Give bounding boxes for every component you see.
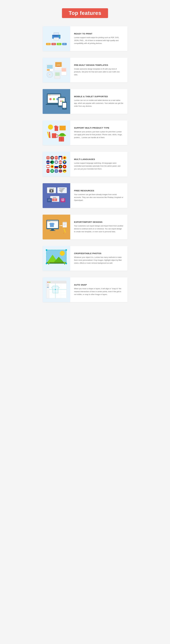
page-title: Top features — [62, 8, 108, 18]
svg-point-26 — [48, 95, 49, 95]
svg-point-81 — [63, 161, 65, 162]
svg-point-48 — [60, 133, 65, 136]
svg-rect-142 — [63, 222, 67, 223]
badge-svg: SVG — [46, 43, 51, 45]
svg-point-27 — [49, 95, 50, 95]
svg-marker-140 — [61, 225, 63, 226]
feature-resources-content: FREE RESOURCES Your customer can get the… — [70, 186, 127, 205]
languages-icon — [45, 154, 68, 174]
feature-resources-image: UNSPLASH OPENCLIPART PIXABAY — [43, 183, 70, 208]
format-badges: SVG PDF PNG JPG — [46, 43, 67, 45]
svg-point-29 — [49, 98, 52, 100]
svg-rect-46 — [52, 133, 56, 138]
mobile-icon — [45, 92, 68, 112]
svg-point-99 — [52, 170, 53, 172]
feature-mobile-image — [43, 89, 70, 114]
feature-languages: MULTI LANGUAGES Lumise support language … — [43, 152, 127, 177]
feature-snap: AUTO SNAP When you move a shape or layer… — [43, 278, 127, 302]
svg-rect-170 — [47, 285, 49, 286]
svg-rect-138 — [51, 229, 54, 230]
svg-rect-169 — [47, 284, 49, 285]
svg-point-137 — [50, 221, 50, 222]
feature-export-content: EXPORT/IMPORT DESIGNS Your customers can… — [70, 218, 127, 237]
svg-rect-157 — [65, 263, 67, 264]
svg-rect-9 — [47, 65, 53, 69]
svg-point-165 — [47, 282, 48, 283]
crop-icon — [45, 248, 68, 268]
feature-product-content: SUPPORT MULTI PRODUCT TYPE Whatever your… — [70, 123, 127, 142]
svg-point-65 — [64, 157, 65, 158]
svg-text:SUPER: SUPER — [57, 64, 60, 66]
svg-point-83 — [64, 162, 65, 163]
header-section: Top features — [43, 8, 127, 18]
svg-rect-102 — [59, 170, 62, 172]
feature-product-image — [43, 120, 70, 145]
export-icon — [45, 217, 68, 237]
svg-rect-35 — [59, 98, 64, 99]
svg-rect-79 — [59, 162, 62, 162]
page-wrapper: Top features — [43, 0, 127, 317]
printer-icon — [51, 32, 62, 41]
svg-rect-106 — [65, 170, 66, 172]
svg-rect-69 — [46, 162, 50, 163]
print-illustration: SVG PDF PNG JPG — [46, 32, 67, 45]
feature-mobile-content: MOBILE & TABLET SUPPORTED Lumise can run… — [70, 92, 127, 111]
templates-icon: SUPER MARIO — [45, 60, 68, 80]
svg-rect-164 — [46, 282, 66, 284]
svg-rect-146 — [64, 228, 66, 232]
feature-templates-content: PRE-BUILT DESIGN TEMPLATES Create awesom… — [70, 60, 127, 80]
svg-rect-59 — [55, 157, 58, 158]
svg-rect-156 — [46, 263, 47, 264]
feature-templates-title: PRE-BUILT DESIGN TEMPLATES — [74, 64, 124, 66]
svg-rect-3 — [54, 38, 59, 40]
feature-snap-desc: When you move a shape or layers, it will… — [74, 287, 124, 296]
svg-point-38 — [61, 106, 62, 107]
feature-export-title: EXPORT/IMPORT DESIGNS — [74, 221, 124, 223]
feature-export-image — [43, 214, 70, 240]
feature-templates-desc: Create awesome design templates to fit w… — [74, 68, 124, 76]
svg-point-57 — [52, 157, 53, 158]
svg-point-30 — [53, 98, 55, 100]
svg-point-92 — [60, 166, 61, 167]
feature-product-title: SUPPORT MULTI PRODUCT TYPE — [74, 127, 124, 129]
svg-rect-88 — [54, 165, 58, 166]
badge-png: PNG — [57, 43, 61, 45]
feature-print-content: READY TO PRINT Lumise support multi-outp… — [70, 29, 127, 48]
svg-rect-171 — [47, 286, 49, 286]
feature-snap-content: AUTO SNAP When you move a shape or layer… — [70, 280, 127, 300]
badge-pdf: PDF — [51, 43, 56, 45]
svg-rect-105 — [63, 170, 66, 171]
svg-rect-172 — [47, 287, 49, 288]
feature-snap-image — [43, 278, 70, 302]
feature-resources-title: FREE RESOURCES — [74, 190, 124, 192]
feature-resources-desc: Your customer can get there already imag… — [74, 193, 124, 202]
feature-resources: UNSPLASH OPENCLIPART PIXABAY — [43, 183, 127, 208]
feature-languages-desc: Lumise support language switching. All l… — [74, 162, 124, 170]
svg-rect-68 — [46, 162, 50, 162]
svg-rect-139 — [50, 230, 55, 231]
feature-print-image: SVG PDF PNG JPG — [43, 26, 70, 51]
feature-product: SUPPORT MULTI PRODUCT TYPE Whatever your… — [43, 120, 127, 145]
feature-crop: CROP/EDITABLE PHOTOS Whatever your objec… — [43, 246, 127, 271]
svg-text:UNSPLASH: UNSPLASH — [49, 188, 54, 189]
svg-point-41 — [64, 108, 65, 109]
svg-point-159 — [48, 262, 50, 264]
svg-rect-89 — [54, 167, 58, 168]
svg-point-42 — [48, 124, 53, 130]
feature-crop-desc: Whatever your object it is, Lumise has m… — [74, 256, 124, 265]
svg-text:MARIO: MARIO — [57, 66, 60, 67]
svg-point-37 — [62, 100, 63, 102]
feature-print-title: READY TO PRINT — [74, 32, 124, 35]
svg-point-161 — [64, 262, 65, 264]
svg-rect-20 — [55, 72, 60, 76]
svg-rect-10 — [47, 69, 50, 70]
feature-ready-to-print: SVG PDF PNG JPG READY TO PRINT Lumise su… — [43, 26, 127, 51]
feature-languages-image — [43, 152, 70, 177]
svg-rect-25 — [48, 94, 60, 96]
svg-rect-15 — [55, 68, 62, 70]
svg-point-82 — [65, 161, 66, 162]
svg-point-36 — [60, 100, 62, 102]
feature-mobile-desc: Lumise can run on mobile and tablet devi… — [74, 99, 124, 108]
svg-point-166 — [48, 282, 49, 283]
svg-rect-63 — [61, 156, 62, 160]
